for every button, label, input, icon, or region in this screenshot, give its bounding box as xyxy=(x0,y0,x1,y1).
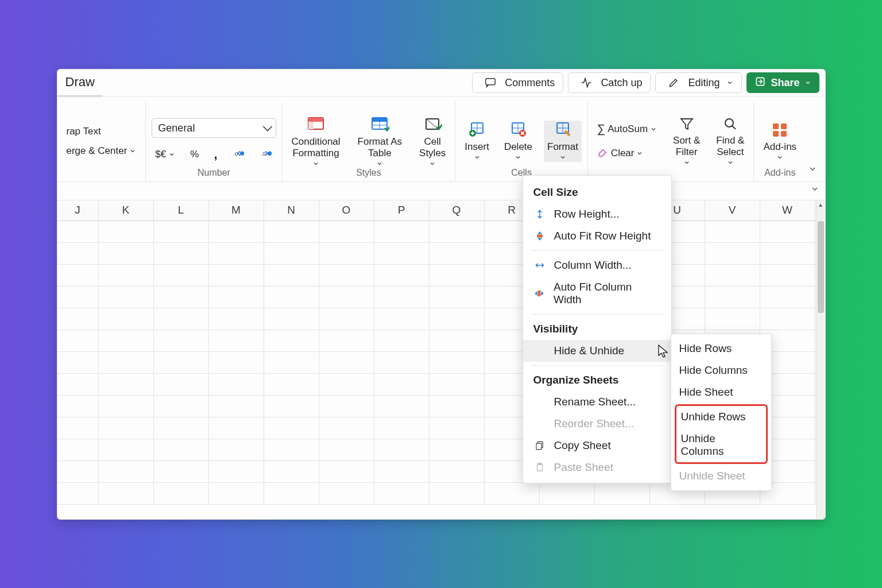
grid-cell[interactable] xyxy=(57,374,99,396)
grid-cell[interactable] xyxy=(57,352,99,374)
grid-cell[interactable] xyxy=(760,243,815,265)
column-header[interactable]: O xyxy=(319,200,374,220)
grid-cell[interactable] xyxy=(430,439,485,461)
grid-cell[interactable] xyxy=(264,243,319,265)
grid-cell[interactable] xyxy=(319,352,374,374)
grid-cell[interactable] xyxy=(760,265,815,287)
grid-cell[interactable] xyxy=(430,352,485,374)
grid-cell[interactable] xyxy=(319,417,374,439)
submenu-unhide-rows[interactable]: Unhide Rows xyxy=(676,406,766,428)
menu-rename-sheet[interactable]: Rename Sheet... xyxy=(523,391,671,413)
grid-cell[interactable] xyxy=(374,243,430,265)
grid-row[interactable] xyxy=(57,243,825,265)
grid-cell[interactable] xyxy=(209,374,264,396)
submenu-unhide-columns[interactable]: Unhide Columns xyxy=(676,428,766,462)
catch-up-button[interactable]: Catch up xyxy=(568,72,651,93)
grid-cell[interactable] xyxy=(430,221,485,243)
autosum-button[interactable]: ∑ AutoSum xyxy=(594,120,660,138)
menu-column-width[interactable]: Column Width... xyxy=(523,254,671,276)
grid-cell[interactable] xyxy=(57,287,99,308)
grid-cell[interactable] xyxy=(374,308,430,330)
grid-cell[interactable] xyxy=(99,243,154,265)
merge-center-button[interactable]: erge & Center xyxy=(63,143,140,159)
menu-autofit-column-width[interactable]: Auto Fit Column Width xyxy=(523,276,671,311)
grid-cell[interactable] xyxy=(705,221,760,243)
number-format-select[interactable]: General xyxy=(152,118,276,138)
grid-cell[interactable] xyxy=(319,308,374,330)
grid-cell[interactable] xyxy=(209,417,264,439)
grid-cell[interactable] xyxy=(374,265,430,287)
grid-cell[interactable] xyxy=(99,308,154,330)
column-header[interactable]: P xyxy=(374,200,430,220)
menu-hide-unhide[interactable]: Hide & Unhide xyxy=(523,340,671,362)
grid-cell[interactable] xyxy=(99,287,154,308)
grid-cell[interactable] xyxy=(209,461,264,483)
column-header[interactable]: L xyxy=(154,200,209,220)
cell-styles-button[interactable]: Cell Styles xyxy=(416,114,449,168)
grid-cell[interactable] xyxy=(209,483,264,505)
grid-cell[interactable] xyxy=(154,352,209,374)
grid-cell[interactable] xyxy=(154,396,209,417)
conditional-formatting-button[interactable]: Conditional Formatting xyxy=(288,114,344,168)
grid-cell[interactable] xyxy=(319,483,374,505)
column-header[interactable]: J xyxy=(57,200,99,220)
grid-cell[interactable] xyxy=(209,439,264,461)
grid-cell[interactable] xyxy=(57,265,99,287)
grid-cell[interactable] xyxy=(57,396,99,417)
grid-cell[interactable] xyxy=(264,352,319,374)
grid-cell[interactable] xyxy=(319,374,374,396)
grid-cell[interactable] xyxy=(57,221,99,243)
grid-cell[interactable] xyxy=(760,287,815,308)
grid-cell[interactable] xyxy=(705,243,760,265)
menu-autofit-row-height[interactable]: Auto Fit Row Height xyxy=(523,225,671,247)
grid-cell[interactable] xyxy=(154,439,209,461)
grid-cell[interactable] xyxy=(264,221,319,243)
grid-cell[interactable] xyxy=(57,330,99,352)
grid-cell[interactable] xyxy=(57,483,99,505)
grid-cell[interactable] xyxy=(99,461,154,483)
grid-cell[interactable] xyxy=(319,265,374,287)
submenu-hide-rows[interactable]: Hide Rows xyxy=(671,338,771,359)
grid-row[interactable] xyxy=(57,221,825,243)
column-header[interactable]: Q xyxy=(430,200,485,220)
grid-cell[interactable] xyxy=(264,417,319,439)
ribbon-tab-draw[interactable]: Draw xyxy=(57,69,103,96)
grid-cell[interactable] xyxy=(99,221,154,243)
grid-cell[interactable] xyxy=(430,483,485,505)
formula-bar[interactable] xyxy=(57,182,825,200)
grid-cell[interactable] xyxy=(374,461,430,483)
grid-cell[interactable] xyxy=(319,396,374,417)
grid-cell[interactable] xyxy=(154,221,209,243)
grid-cell[interactable] xyxy=(209,265,264,287)
grid-cell[interactable] xyxy=(209,243,264,265)
grid-cell[interactable] xyxy=(264,483,319,505)
grid-cell[interactable] xyxy=(319,243,374,265)
grid-cell[interactable] xyxy=(374,439,430,461)
column-header[interactable]: K xyxy=(99,200,154,220)
grid-cell[interactable] xyxy=(154,265,209,287)
grid-cell[interactable] xyxy=(264,330,319,352)
grid-cell[interactable] xyxy=(154,461,209,483)
grid-cell[interactable] xyxy=(374,396,430,417)
grid-row[interactable] xyxy=(57,287,825,308)
grid-cell[interactable] xyxy=(374,352,430,374)
grid-cell[interactable] xyxy=(374,374,430,396)
grid-cell[interactable] xyxy=(154,417,209,439)
grid-cell[interactable] xyxy=(99,483,154,505)
decrease-decimal-button[interactable]: .0 xyxy=(257,146,276,163)
column-header[interactable]: N xyxy=(264,200,319,220)
grid-cell[interactable] xyxy=(264,308,319,330)
find-select-button[interactable]: Find & Select xyxy=(713,115,748,167)
grid-cell[interactable] xyxy=(705,287,760,308)
wrap-text-button[interactable]: rap Text xyxy=(63,123,105,140)
grid-cell[interactable] xyxy=(595,483,650,505)
percent-button[interactable]: % xyxy=(187,146,202,163)
currency-button[interactable]: $€ xyxy=(152,146,179,163)
grid-cell[interactable] xyxy=(430,374,485,396)
column-header[interactable]: M xyxy=(209,200,264,220)
grid-cell[interactable] xyxy=(430,287,485,308)
grid-cell[interactable] xyxy=(154,374,209,396)
grid-cell[interactable] xyxy=(319,461,374,483)
grid-row[interactable] xyxy=(57,265,825,287)
grid-cell[interactable] xyxy=(99,330,154,352)
